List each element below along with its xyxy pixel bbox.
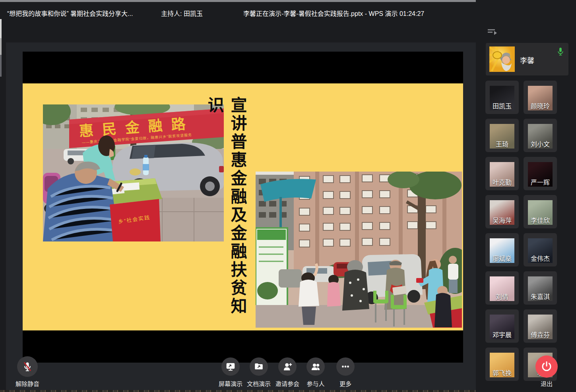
participant-tile[interactable]: 傅垚芬 [524,309,557,343]
participant-tile[interactable]: 吴海萍 [485,195,519,228]
window-left-edge [0,55,2,77]
speaker-name: 李馨 [520,55,534,65]
participants-label: 参与人 [300,379,332,388]
participant-tile[interactable]: 李佳欣 [524,195,557,228]
participant-tile[interactable]: 廖斌燊 [485,233,519,266]
host-label: 主持人: 田凯玉 [161,8,203,18]
slide-vertical-title: 宣讲普惠金融及金融扶贫知识 [226,97,249,321]
exit-label: 退出 [531,379,562,388]
participant-tile[interactable]: 郭飞挽 [485,348,519,381]
desktop-peek-strip [0,390,476,392]
participant-name: 李佳欣 [524,215,557,225]
doc-share-label: 文档演示 [243,379,275,388]
participants-sidebar: 李馨 田凯玉 颜晓玲 王琦 刘小文 叶克勤 严一辉 吴海萍 [476,0,576,392]
participant-name: 邓宇晨 [485,330,519,339]
more-button[interactable] [336,357,355,376]
window-left-edge [0,38,2,55]
participant-name: 刘小文 [524,139,557,149]
participant-name: 朱嘉淇 [524,292,557,301]
speaker-avatar [489,46,515,72]
participants-button[interactable] [306,357,325,376]
participant-tile[interactable]: 颜晓玲 [524,81,557,114]
more-icon [340,361,351,372]
doc-share-button[interactable] [250,357,268,376]
screen-share-icon [225,361,236,372]
exit-button[interactable] [535,355,558,378]
invite-label: 邀请参会 [272,379,303,388]
doc-share-icon [254,361,264,372]
screen-share-label: 屏幕演示 [215,379,246,388]
sidebar-collapse-button[interactable] [487,28,498,37]
participant-name: 王琦 [485,139,519,149]
participant-name: 刘倩 [485,292,519,301]
presenting-title: 李馨正在演示-李馨-暑假社会实践报告.pptx - WPS 演示 01:24:2… [243,8,424,18]
power-icon [541,361,553,373]
unmute-button[interactable] [17,356,38,377]
active-speaker-tile[interactable]: 李馨 [486,43,568,75]
slide-viewport: 惠民金融路 ——重庆工商大学金融学院“金夏归故，融惠兴乡”脱贫攻坚服务 [23,52,463,363]
participant-tile[interactable]: 刘小文 [524,119,557,152]
participant-name: 金伟杰 [524,253,557,263]
unmute-label: 解除静音 [8,379,47,388]
participant-tile[interactable]: 邓宇晨 [485,309,519,343]
participant-tile[interactable]: 金伟杰 [524,233,557,266]
participant-tile[interactable]: 刘倩 [485,271,519,305]
screen-share-button[interactable] [221,357,240,376]
slide-photo-right [256,172,462,328]
invite-icon [282,361,293,372]
participant-grid: 田凯玉 颜晓玲 王琦 刘小文 叶克勤 严一辉 吴海萍 李佳欣 廖斌燊 金伟杰 刘 [485,81,557,381]
more-label: 更多 [330,379,361,388]
slide-photo-left: 惠民金融路 ——重庆工商大学金融学院“金夏归故，融惠兴乡”脱贫攻坚服务 [43,104,224,241]
participant-name: 傅垚芬 [524,330,557,339]
participant-tile[interactable]: 王琦 [485,119,519,152]
participant-name: 廖斌燊 [485,253,519,263]
participant-tile[interactable]: 叶克勤 [485,157,519,190]
participant-tile[interactable]: 朱嘉淇 [524,271,557,305]
mic-on-icon [557,47,564,56]
participant-name: 颜晓玲 [524,101,557,110]
participant-name: 郭飞挽 [485,368,519,377]
presentation-stage: 惠民金融路 ——重庆工商大学金融学院“金夏归故，融惠兴乡”脱贫攻坚服务 [6,42,476,392]
meeting-title: “想把我的故事和你说” 暑期社会实践分享大... [7,8,133,18]
slide: 惠民金融路 ——重庆工商大学金融学院“金夏归故，融惠兴乡”脱贫攻坚服务 [23,83,463,330]
participant-name: 吴海萍 [485,215,519,225]
mic-muted-icon [22,361,33,372]
participants-icon [310,361,321,372]
window-left-edge [0,19,2,38]
meeting-window: “想把我的故事和你说” 暑期社会实践分享大... 主持人: 田凯玉 李馨正在演示… [0,0,576,392]
collapse-icon [487,28,498,37]
participant-tile[interactable]: 严一辉 [524,157,557,190]
participant-tile[interactable]: 田凯玉 [485,81,519,114]
participant-name: 严一辉 [524,177,557,187]
participant-name: 叶克勤 [485,177,519,187]
invite-button[interactable] [278,357,297,376]
participant-name: 田凯玉 [485,101,519,110]
